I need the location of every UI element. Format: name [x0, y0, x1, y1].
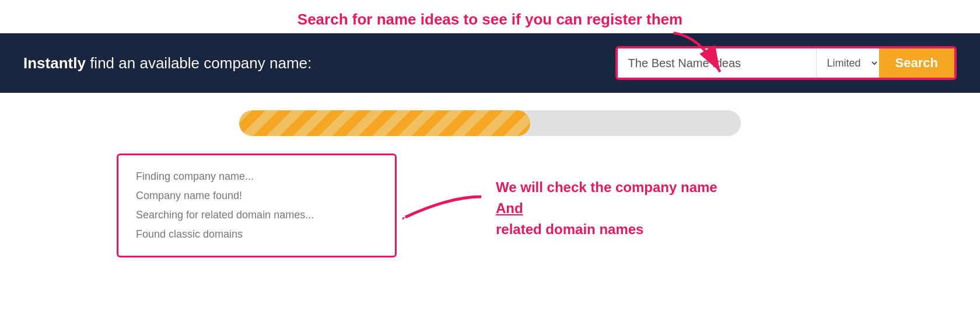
status-line-2: Company name found! [136, 186, 377, 205]
lower-section: Finding company name... Company name fou… [117, 154, 863, 257]
company-type-select[interactable]: Limited [816, 48, 879, 78]
top-annotation: Search for name ideas to see if you can … [0, 0, 980, 29]
annotation-arrow [659, 30, 729, 77]
right-annotation-text: We will check the company name And relat… [496, 177, 718, 240]
status-line-1: Finding company name... [136, 167, 377, 186]
progress-bar-container [239, 110, 741, 136]
header-bar: Instantly find an available company name… [0, 33, 980, 93]
status-arrow [402, 191, 484, 226]
progress-bar-fill [239, 110, 530, 136]
status-line-3: Searching for related domain names... [136, 205, 377, 225]
status-line-4: Found classic domains [136, 225, 377, 244]
header-title-bold: Instantly [23, 54, 86, 72]
search-button[interactable]: Search [879, 48, 954, 78]
top-annotation-text: Search for name ideas to see if you can … [298, 11, 682, 28]
right-annotation: We will check the company name And relat… [496, 177, 718, 240]
status-box: Finding company name... Company name fou… [117, 154, 397, 257]
main-content: Finding company name... Company name fou… [0, 93, 980, 281]
header-title-rest: find an available company name: [86, 54, 312, 72]
header-title: Instantly find an available company name… [23, 54, 312, 72]
